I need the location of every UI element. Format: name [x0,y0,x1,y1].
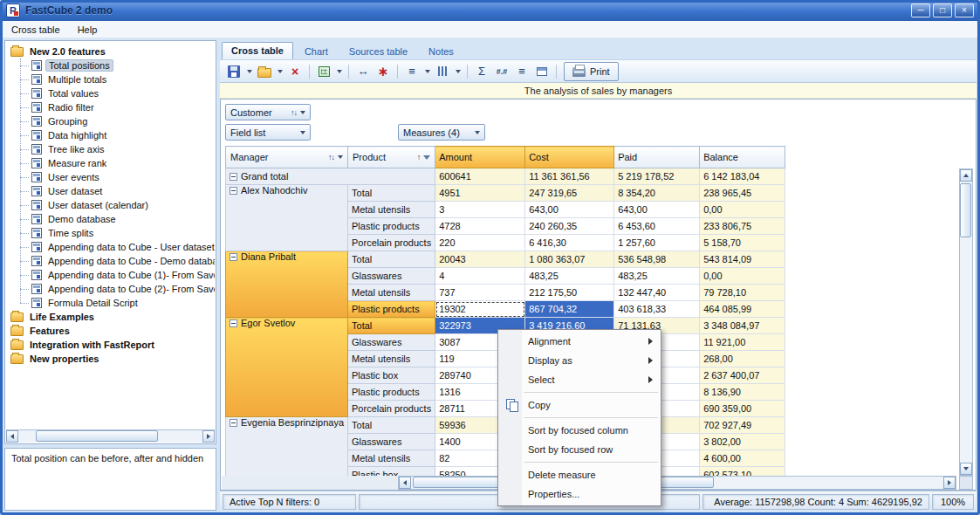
tree-item-appending-demo-database[interactable]: Appending data to Cube - Demo databas [10,254,215,268]
cell-balance[interactable]: 543 814,09 [700,251,785,268]
tab-notes[interactable]: Notes [419,43,463,59]
tree-folder-life-examples[interactable]: Life Examples [10,310,215,324]
menu-item-alignment[interactable]: Alignment [498,332,661,351]
cell-cost[interactable]: 11 361 361,56 [525,168,614,185]
cell-paid[interactable]: 8 354,20 [614,185,700,202]
cost-column-header[interactable]: Cost [525,147,614,168]
cell-balance[interactable]: 0,00 [700,202,785,218]
cell-balance[interactable]: 3 348 084,97 [700,318,785,334]
tree-horizontal-scrollbar[interactable] [6,429,215,443]
scroll-right-icon[interactable] [943,477,956,489]
tree-item-user-dataset[interactable]: User dataset [10,184,215,198]
row-fields-button[interactable]: ≡ [402,62,421,81]
print-button[interactable]: Print [564,62,619,81]
popup-window-button[interactable] [532,62,552,81]
tree-item-total-positions[interactable]: Total positions [10,58,215,72]
cell-amount[interactable]: 3 [435,202,525,218]
tree-item-radio-filter[interactable]: Radio filter [10,100,215,114]
highlight-button[interactable]: ∗ [373,62,393,81]
tree-item-measure-rank[interactable]: Measure rank [10,156,215,170]
cell-amount[interactable]: 4728 [435,218,525,235]
tab-cross-table[interactable]: Cross table [222,42,293,59]
cell-paid[interactable]: 483,25 [614,268,700,285]
tree-item-total-values[interactable]: Total values [10,86,215,100]
minimize-button-icon[interactable]: ─ [911,3,930,17]
manager-row-header[interactable]: Evgenia Besprinzipnaya [226,417,348,484]
menu-cross-table[interactable]: Cross table [11,24,60,35]
scroll-up-icon[interactable] [960,169,972,182]
product-row-header[interactable]: Porcelain products [348,235,435,251]
pivot-horizontal-scrollbar[interactable] [398,476,956,490]
tree-folder-integration[interactable]: Integration with FastReport [10,338,215,352]
column-fields-button[interactable] [433,62,452,81]
cell-balance[interactable]: 79 728,10 [700,285,785,301]
cell-balance[interactable]: 464 085,99 [700,301,785,318]
scroll-down-icon[interactable] [960,463,972,475]
cell-amount[interactable]: 220 [435,235,525,251]
column-fields-dropdown[interactable] [453,62,463,81]
product-row-header[interactable]: Total [348,251,435,268]
cell-balance[interactable]: 2 637 400,07 [700,367,785,384]
cell-balance[interactable]: 8 136,90 [700,384,785,401]
cell-amount[interactable]: 737 [435,285,525,301]
close-button-icon[interactable]: × [955,3,974,17]
product-row-header[interactable]: Metal utensils [348,351,435,367]
manager-field-header[interactable]: Manager ↑↓ [226,147,348,168]
product-row-header[interactable]: Glasswares [348,334,435,351]
maximize-button-icon[interactable]: □ [933,3,952,17]
cell-cost[interactable]: 1 080 363,07 [525,251,614,268]
cell-cost[interactable]: 483,25 [525,268,614,285]
tree-item-data-highlight[interactable]: Data highlight [10,128,215,142]
cell-balance[interactable]: 3 802,00 [700,434,785,450]
cell-cost[interactable]: 212 175,50 [525,285,614,301]
cell-balance[interactable]: 5 158,70 [700,235,785,251]
cell-balance[interactable]: 268,00 [700,351,785,367]
transpose-button[interactable]: ↔ [353,62,373,81]
scrollbar-thumb[interactable] [960,183,971,237]
field-list-button[interactable]: Field list [225,124,311,141]
cell-amount[interactable]: 4 [435,268,525,285]
cell-paid[interactable]: 643,00 [614,202,700,218]
tree-item-appending-1-from-save[interactable]: Appending data to Cube (1)- From Save [10,268,215,282]
tree-item-grouping[interactable]: Grouping [10,114,215,128]
collapse-icon[interactable] [230,319,237,327]
tree-item-tree-like-axis[interactable]: Tree like axis [10,142,215,156]
cell-balance[interactable]: 690 359,00 [700,401,785,417]
clear-button[interactable]: × [285,62,305,81]
row-fields-dropdown[interactable] [422,62,432,81]
product-row-header[interactable]: Metal utensils [348,450,435,467]
tree-item-user-events[interactable]: User events [10,170,215,184]
product-row-header[interactable]: Porcelain products [348,401,435,417]
product-row-header[interactable]: Glasswares [348,268,435,285]
menu-item-properties[interactable]: Properties... [498,484,661,504]
collapse-icon[interactable] [230,187,237,195]
product-row-header[interactable]: Plastic box [348,367,435,384]
product-row-header[interactable]: Plastic products [348,301,435,318]
tree-item-formula-detail-script[interactable]: Formula Detail Script [10,296,215,310]
scroll-right-icon[interactable] [202,430,215,443]
collapse-icon[interactable] [230,253,237,261]
export-button[interactable] [314,62,333,81]
tab-chart[interactable]: Chart [295,43,338,59]
cell-cost-selected[interactable]: 867 704,32 [525,301,614,318]
product-row-header[interactable]: Plastic products [348,218,435,235]
scroll-left-icon[interactable] [6,430,18,443]
cell-balance[interactable]: 6 142 183,04 [700,168,785,185]
tree-item-appending-2-from-save[interactable]: Appending data to Cube (2)- From Save [10,282,215,296]
manager-row-header[interactable]: Diana Pribalt [226,251,348,318]
tree-item-multiple-totals[interactable]: Multiple totals [10,72,215,86]
tree-item-appending-user-dataset[interactable]: Appending data to Cube - User dataset [10,240,215,254]
cell-paid[interactable]: 132 447,40 [614,285,700,301]
manager-row-header[interactable]: Egor Svetlov [226,318,348,417]
cell-cost[interactable]: 247 319,65 [525,185,614,202]
product-row-header[interactable]: Total [348,185,435,202]
tree-folder-features[interactable]: Features [10,324,215,338]
tab-sources-table[interactable]: Sources table [339,43,417,59]
cell-paid[interactable]: 1 257,60 [614,235,700,251]
number-format-button[interactable]: #.# [492,62,511,81]
scrollbar-thumb[interactable] [36,430,158,442]
pivot-vertical-scrollbar[interactable] [959,168,973,476]
product-row-header[interactable]: Total [348,417,435,434]
cell-balance[interactable]: 11 921,00 [700,334,785,351]
product-row-header[interactable]: Total [348,318,435,334]
